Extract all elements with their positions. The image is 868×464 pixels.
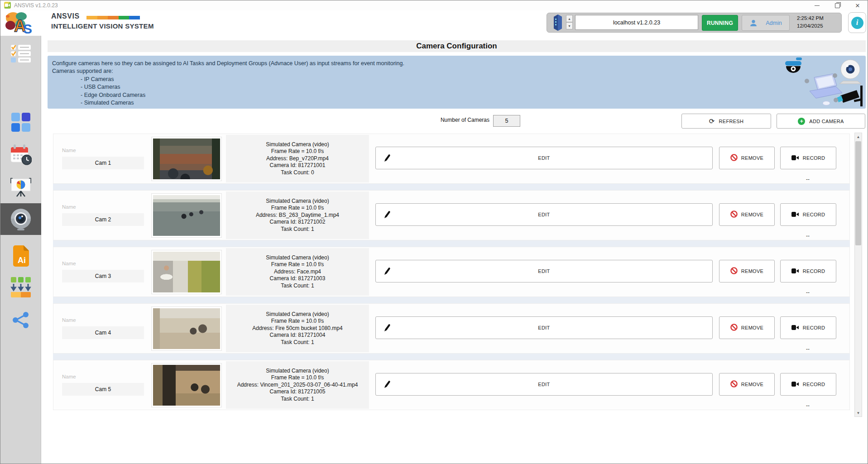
info-icon: i <box>851 17 863 29</box>
camera-address: Address: Bep_v720P.mp4 <box>266 155 329 163</box>
maximize-button[interactable] <box>830 0 845 10</box>
sidebar-item-tasks[interactable] <box>0 38 41 69</box>
record-label: RECORD <box>803 155 825 161</box>
camera-framerate: Frame Rate = 10.0 f/s <box>271 318 324 325</box>
record-button[interactable]: RECORD <box>780 316 836 339</box>
camera-thumbnail <box>151 193 222 238</box>
record-button[interactable]: RECORD <box>780 147 836 169</box>
sidebar-item-reports[interactable] <box>0 172 41 203</box>
camera-id: Camera Id: 817271002 <box>270 219 326 226</box>
remove-button[interactable]: REMOVE <box>719 373 775 396</box>
minimize-icon <box>815 5 820 6</box>
camera-details: Simulated Camera (video) Frame Rate = 10… <box>226 248 369 296</box>
server-input[interactable] <box>575 15 698 30</box>
tiles-icon <box>11 113 30 132</box>
add-camera-button[interactable]: + ADD CAMERA <box>777 114 865 129</box>
remove-icon <box>730 380 738 388</box>
user-icon <box>749 19 758 27</box>
sidebar-item-cameras[interactable] <box>0 203 41 235</box>
record-status: -- <box>780 233 835 239</box>
refresh-label: REFRESH <box>719 119 744 124</box>
camera-framerate: Frame Rate = 10.0 f/s <box>271 261 324 268</box>
sidebar-item-deployment[interactable] <box>0 271 41 303</box>
camera-lens-icon <box>9 207 33 231</box>
banner-item: - USB Cameras <box>81 83 861 91</box>
brand-color-bar <box>86 16 140 19</box>
info-button[interactable]: i <box>848 12 866 33</box>
record-button[interactable]: RECORD <box>780 203 836 226</box>
page-title-strip: Camera Configuration <box>48 40 866 52</box>
spinner-up-button[interactable]: ▲ <box>566 15 573 22</box>
admin-button[interactable]: Admin <box>742 15 790 31</box>
camera-thumbnail <box>151 137 222 181</box>
share-icon <box>12 311 30 329</box>
camera-type: Simulated Camera (video) <box>266 368 329 375</box>
remove-button[interactable]: REMOVE <box>719 260 775 282</box>
pencil-icon <box>383 153 391 163</box>
banner-line-2: Cameras supported are: <box>52 67 861 75</box>
status-badge[interactable]: RUNNING <box>702 15 738 31</box>
camera-framerate: Frame Rate = 10.0 f/s <box>271 205 324 212</box>
banner-item: - Edge Onboard Cameras <box>81 91 861 99</box>
edit-button[interactable]: EDIT <box>375 147 713 169</box>
camera-row-5: Name Simulated Camera (video) Frame Rate… <box>53 360 850 410</box>
close-button[interactable]: ✕ <box>850 0 865 10</box>
remove-icon <box>730 324 738 332</box>
remove-button[interactable]: REMOVE <box>719 203 775 226</box>
camera-id: Camera Id: 817271005 <box>270 388 326 396</box>
camera-id: Camera Id: 817271004 <box>270 332 326 339</box>
remove-icon <box>730 267 738 275</box>
record-button[interactable]: RECORD <box>780 373 836 396</box>
record-icon <box>791 325 799 331</box>
camera-name-input[interactable] <box>62 213 144 226</box>
record-icon <box>791 268 799 275</box>
edit-label: EDIT <box>538 155 550 161</box>
name-label: Name <box>62 204 76 210</box>
pencil-icon <box>383 323 391 333</box>
edit-button[interactable]: EDIT <box>375 203 713 226</box>
camera-address: Address: BS_263_Daytime_1.mp4 <box>256 212 339 219</box>
camera-task-count: Task Count: 1 <box>281 339 314 346</box>
vertical-scrollbar[interactable]: ▲ ▼ <box>854 133 862 417</box>
remove-button[interactable]: REMOVE <box>719 316 775 339</box>
app-window: ANSVIS v1.2.0.23 ✕ A S ANSVIS INTELLIGEN… <box>0 0 868 464</box>
camera-list: Name Simulated Camera (video) Frame Rate… <box>53 134 850 410</box>
scroll-down-icon[interactable]: ▼ <box>855 409 862 416</box>
sidebar-item-dashboard[interactable] <box>0 106 41 138</box>
clock: 2:25:42 PM 12/04/2025 <box>797 14 839 30</box>
spinner-down-icon: ▼ <box>568 24 571 28</box>
camera-name-input[interactable] <box>62 157 144 169</box>
camera-illustrations <box>782 57 865 110</box>
camera-task-count: Task Count: 1 <box>281 396 314 403</box>
edit-button[interactable]: EDIT <box>375 260 713 282</box>
camera-name-input[interactable] <box>62 270 144 282</box>
svg-text:Ai: Ai <box>18 256 26 265</box>
sidebar-item-share[interactable] <box>0 304 41 336</box>
record-button[interactable]: RECORD <box>780 260 836 282</box>
camera-thumbnail <box>151 306 222 351</box>
minimize-button[interactable] <box>809 0 825 10</box>
refresh-button[interactable]: ⟳ REFRESH <box>681 114 771 129</box>
camera-thumbnail <box>151 250 222 294</box>
camera-count-value[interactable]: 5 <box>493 115 520 127</box>
edit-button[interactable]: EDIT <box>375 373 713 396</box>
sidebar-item-schedule[interactable] <box>0 139 41 171</box>
add-camera-label: ADD CAMERA <box>809 119 844 124</box>
edit-button[interactable]: EDIT <box>375 316 713 339</box>
spinner-down-button[interactable]: ▼ <box>566 22 573 29</box>
scrollbar-thumb[interactable] <box>855 141 861 245</box>
camera-address: Address: Fire 50cm bucket 1080.mp4 <box>252 325 342 332</box>
camera-task-count: Task Count: 1 <box>281 282 314 290</box>
camera-row-2: Name Simulated Camera (video) Frame Rate… <box>53 190 850 240</box>
sidebar-item-ai-tasks[interactable]: Ai <box>0 240 41 272</box>
app-icon <box>4 2 11 9</box>
remove-label: REMOVE <box>741 212 763 217</box>
edit-label: EDIT <box>538 212 550 217</box>
camera-name-input[interactable] <box>62 326 144 339</box>
spinner-up-icon: ▲ <box>568 17 571 20</box>
edit-label: EDIT <box>538 268 550 274</box>
remove-button[interactable]: REMOVE <box>719 147 775 169</box>
camera-name-input[interactable] <box>62 383 144 396</box>
scroll-up-icon[interactable]: ▲ <box>855 133 862 140</box>
camera-id: Camera Id: 817271001 <box>270 162 326 169</box>
